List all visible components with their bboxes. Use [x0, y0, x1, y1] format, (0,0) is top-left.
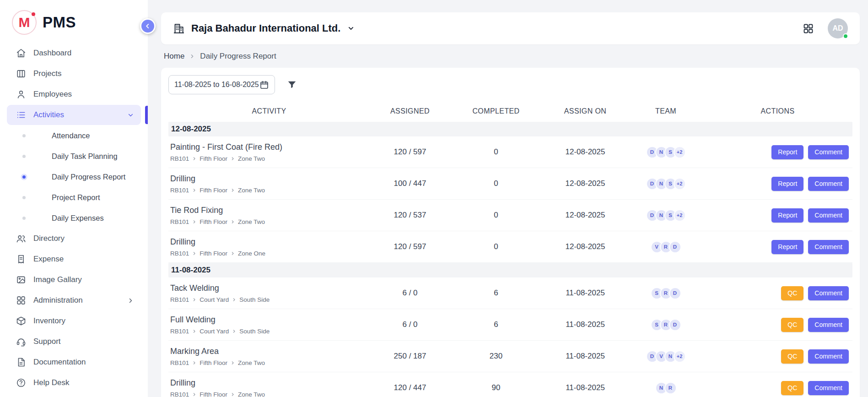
comment-button[interactable]: Comment	[808, 240, 849, 254]
inventory-icon	[16, 316, 26, 326]
activity-cell: Painting - First Coat (Fire Red) RB101Fi…	[168, 142, 370, 162]
sidebar-item-employees[interactable]: Employees	[7, 84, 141, 104]
activity-name: Tack Welding	[170, 283, 370, 293]
report-button[interactable]: Report	[771, 240, 803, 254]
sidebar-item-label: Employees	[33, 90, 72, 99]
column-header-completed: COMPLETED	[450, 107, 542, 115]
actions-cell: ReportComment	[703, 177, 852, 191]
location-segment: South Side	[239, 328, 270, 335]
completed-value: 0	[450, 147, 542, 157]
topbar-right: AD	[803, 18, 848, 38]
logo-icon: M	[12, 10, 37, 35]
chevron-right-icon	[231, 392, 235, 397]
app-title: PMS	[43, 14, 76, 31]
table-row: Painting - First Coat (Fire Red) RB101Fi…	[168, 136, 852, 168]
filters-toolbar: 11-08-2025 to 16-08-2025	[168, 75, 852, 94]
comment-button[interactable]: Comment	[808, 286, 849, 300]
chevron-right-icon	[231, 188, 235, 192]
sidebar-item-inventory[interactable]: Inventory	[7, 311, 141, 331]
filter-icon[interactable]	[287, 80, 297, 90]
qc-button[interactable]: QC	[781, 349, 803, 364]
assign-on-value: 12-08-2025	[542, 179, 629, 188]
location-segment: RB101	[170, 187, 189, 194]
sidebar-subitem-daily-expenses[interactable]: Daily Expenses	[7, 208, 141, 228]
sidebar-item-support[interactable]: Support	[7, 332, 141, 352]
qc-button[interactable]: QC	[781, 381, 803, 395]
bullet-icon	[22, 175, 26, 179]
actions-cell: ReportComment	[703, 208, 852, 223]
report-button[interactable]: Report	[771, 177, 803, 191]
sidebar-subitem-attendance[interactable]: Attendance	[7, 125, 141, 146]
sidebar-item-label: Image Gallary	[33, 275, 82, 284]
location-segment: Fifth Floor	[199, 218, 227, 225]
team-more-badge[interactable]: +2	[674, 209, 686, 222]
location-segment: Zone One	[238, 250, 265, 257]
team-more-badge[interactable]: +2	[674, 178, 686, 190]
qc-button[interactable]: QC	[781, 318, 803, 332]
sidebar-collapse-button[interactable]	[140, 18, 156, 34]
sidebar-item-directory[interactable]: Directory	[7, 228, 141, 249]
sidebar-item-image-gallary[interactable]: Image Gallary	[7, 270, 141, 290]
chevron-right-icon	[192, 157, 196, 161]
location-segment: Zone Two	[238, 187, 265, 194]
team-avatar[interactable]: D	[669, 319, 681, 331]
activity-cell: Drilling RB101Fifth FloorZone One	[168, 237, 370, 257]
company-selector[interactable]: Raja Bahadur International Ltd.	[173, 22, 355, 34]
sidebar-item-expense[interactable]: Expense	[7, 249, 141, 269]
report-button[interactable]: Report	[771, 145, 803, 159]
sidebar-item-label: Expense	[33, 255, 64, 264]
sidebar-item-label: Directory	[33, 234, 65, 243]
chevron-right-icon	[192, 298, 196, 302]
sidebar-item-dashboard[interactable]: Dashboard	[7, 43, 141, 63]
table-row: Tie Rod Fixing RB101Fifth FloorZone Two …	[168, 200, 852, 231]
app-root: M PMS DashboardProjectsEmployeesActiviti…	[0, 0, 868, 397]
comment-button[interactable]: Comment	[808, 381, 849, 395]
bullet-icon	[22, 196, 26, 199]
bullet-icon	[22, 155, 26, 158]
chevron-right-icon	[127, 297, 135, 305]
sidebar-subitem-project-report[interactable]: Project Report	[7, 187, 141, 208]
team-more-badge[interactable]: +2	[674, 146, 686, 158]
sidebar-item-administration[interactable]: Administration	[7, 290, 141, 310]
report-button[interactable]: Report	[771, 208, 803, 223]
sidebar-subitem-daily-task-planning[interactable]: Daily Task Planning	[7, 146, 141, 167]
completed-value: 230	[450, 352, 542, 361]
sidebar-item-help-desk[interactable]: Help Desk	[7, 373, 141, 393]
team-avatars: DVN+2	[629, 350, 703, 363]
date-range-value: 11-08-2025 to 16-08-2025	[174, 81, 259, 89]
chevron-right-icon	[231, 251, 235, 256]
team-avatars: VRD	[629, 241, 703, 253]
team-avatar[interactable]: D	[669, 241, 681, 253]
actions-cell: QCComment	[703, 318, 852, 332]
comment-button[interactable]: Comment	[808, 318, 849, 332]
comment-button[interactable]: Comment	[808, 177, 849, 191]
apps-grid-icon[interactable]	[803, 23, 814, 34]
team-more-badge[interactable]: +2	[674, 350, 686, 363]
sidebar-subitem-daily-progress-report[interactable]: Daily Progress Report	[7, 167, 141, 187]
team-avatars: DNS+2	[629, 146, 703, 158]
actions-cell: QCComment	[703, 349, 852, 364]
sidebar-item-documentation[interactable]: Documentation	[7, 352, 141, 372]
sidebar-item-projects[interactable]: Projects	[7, 64, 141, 84]
comment-button[interactable]: Comment	[808, 145, 849, 159]
activity-name: Marking Area	[170, 347, 370, 356]
team-avatars: SRD	[629, 287, 703, 299]
date-range-input[interactable]: 11-08-2025 to 16-08-2025	[168, 75, 275, 94]
user-avatar[interactable]: AD	[828, 18, 848, 38]
comment-button[interactable]: Comment	[808, 349, 849, 364]
chevron-right-icon	[192, 361, 196, 365]
sidebar-subitem-label: Daily Expenses	[52, 214, 104, 223]
breadcrumb-home[interactable]: Home	[164, 52, 184, 61]
team-avatar[interactable]: D	[669, 287, 681, 299]
team-avatar[interactable]: R	[664, 382, 677, 394]
assigned-value: 6 / 0	[370, 288, 450, 298]
comment-button[interactable]: Comment	[808, 208, 849, 223]
chevron-down-icon	[347, 24, 355, 33]
assign-on-value: 12-08-2025	[542, 242, 629, 251]
qc-button[interactable]: QC	[781, 286, 803, 300]
sidebar-item-activities[interactable]: Activities	[7, 105, 141, 125]
activities-icon	[16, 110, 26, 120]
location-segment: Fifth Floor	[199, 250, 227, 257]
sidebar-subitem-label: Project Report	[52, 193, 100, 202]
documentation-icon	[16, 357, 26, 367]
